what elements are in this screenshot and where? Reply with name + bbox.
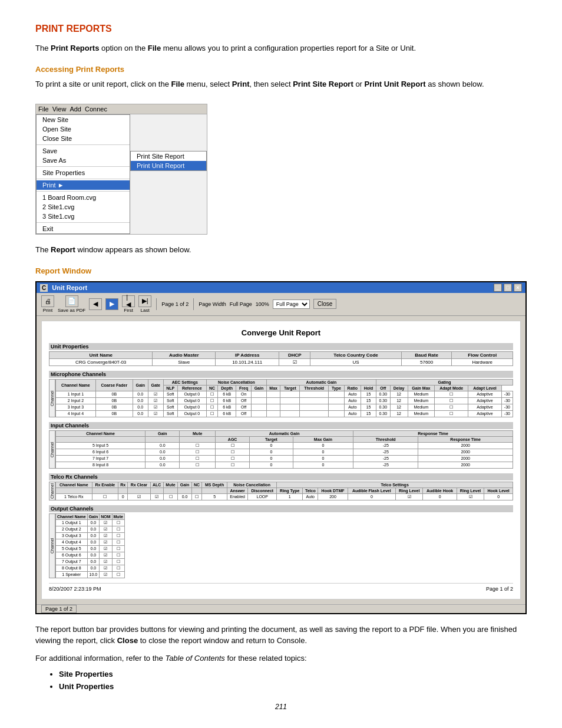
first-page-button[interactable]: |◀ bbox=[122, 295, 135, 307]
close-report-button[interactable]: Close bbox=[313, 299, 337, 309]
first-label: First bbox=[124, 308, 133, 313]
mic-channels-section: Microphone Channels Channel Channel Name… bbox=[49, 371, 513, 417]
file-menu-dropdown: New Site Open Site Close Site Save Save … bbox=[36, 114, 130, 234]
table-row: 1 Input 10B0.0☑ SoftOutput 0 ☐6 kBOn Aut… bbox=[56, 391, 513, 397]
page-title: PRINT REPORTS bbox=[35, 24, 527, 34]
toolbar-separator-1 bbox=[156, 298, 157, 310]
table-row: 7 Input 70.0☐☐00-252000 bbox=[56, 455, 513, 462]
menu-item-close-site[interactable]: Close Site bbox=[37, 134, 130, 143]
menu-item-recent-2[interactable]: 2 Site1.cvg bbox=[37, 202, 130, 212]
output-channels-title: Output Channels bbox=[49, 505, 513, 512]
unit-properties-section: Unit Properties Unit Name Audio Master I… bbox=[49, 343, 513, 366]
bullet-site-properties: Site Properties bbox=[59, 670, 113, 678]
report-title-bar: C Unit Report _ □ × bbox=[37, 282, 525, 293]
last-page-button[interactable]: ▶| bbox=[138, 295, 151, 307]
channel-label-input: Channel bbox=[49, 430, 55, 469]
menu-separator-2 bbox=[37, 166, 130, 167]
input-channels-section: Input Channels Channel Channel Name Gain… bbox=[49, 422, 513, 469]
print-icon-button[interactable]: 🖨 bbox=[41, 295, 54, 307]
unit-properties-title: Unit Properties bbox=[49, 343, 513, 350]
intro-text: The Print Reports option on the File men… bbox=[35, 42, 527, 54]
window-controls: _ □ × bbox=[494, 284, 522, 292]
report-date: 8/20/2007 2:23:19 PM bbox=[49, 586, 101, 592]
report-footer-page: Page 1 of 2 bbox=[486, 586, 513, 592]
mic-channels-table: Channel Name Coarse Fader Gain Gate AEC … bbox=[55, 379, 513, 417]
menu-item-save-as[interactable]: Save As bbox=[37, 156, 130, 165]
page-indicator: Page 1 of 2 bbox=[161, 301, 189, 307]
output-channels-table: Channel Name Gain NOM Mute 1 Output 10.0… bbox=[55, 513, 125, 578]
output-channels-section: Output Channels Channel Channel Name Gai… bbox=[49, 505, 513, 578]
report-window-title: C Unit Report bbox=[40, 284, 87, 291]
table-row: 1 Telco Rx ☐ 0 ☑ ☑ ☐ 0.0 ☐ 5 Enabled LOO bbox=[56, 493, 513, 500]
menu-item-print-unit-report[interactable]: Print Unit Report bbox=[131, 161, 206, 170]
menu-separator-4 bbox=[37, 191, 130, 192]
zoom-label: 100% bbox=[256, 301, 269, 307]
table-row: 2 Output 20.0☑☐ bbox=[56, 526, 125, 532]
zoom-select[interactable]: Full Page 100% 75% bbox=[273, 299, 310, 309]
maximize-button[interactable]: □ bbox=[504, 284, 512, 292]
additional-info-text: For additional information, refer to the… bbox=[35, 653, 527, 664]
print-label: Print bbox=[43, 308, 52, 313]
before-report-text: The Report window appears as shown below… bbox=[35, 244, 527, 256]
input-channels-table: Channel Name Gain Mute Automatic Gain Re… bbox=[55, 430, 513, 469]
table-row: 7 Output 70.0☑☐ bbox=[56, 558, 125, 565]
table-row: 5 Output 50.0☑☐ bbox=[56, 545, 125, 552]
menu-separator-3 bbox=[37, 179, 130, 179]
bullet-unit-properties: Unit Properties bbox=[59, 682, 114, 691]
report-footer: 8/20/2007 2:23:19 PM Page 1 of 2 bbox=[49, 583, 513, 592]
report-window: C Unit Report _ □ × 🖨 Print 📄 Save as PD… bbox=[35, 281, 527, 614]
page-tab[interactable]: Page 1 of 2 bbox=[41, 605, 77, 613]
last-label: Last bbox=[141, 308, 150, 313]
table-row: 8 Output 80.0☑☐ bbox=[56, 565, 125, 571]
table-row: 6 Input 60.0☐☐00-252000 bbox=[56, 449, 513, 455]
telco-channels-table: Channel Name Rx Enable Rx Rx Clear ALC M… bbox=[55, 482, 513, 500]
table-row: 8 Input 80.0☐☐00-252000 bbox=[56, 462, 513, 468]
menu-item-print[interactable]: Print ► bbox=[37, 180, 130, 190]
menu-item-site-properties[interactable]: Site Properties bbox=[37, 168, 130, 177]
page-width-label: Page Width bbox=[199, 301, 226, 307]
table-row: 4 Output 40.0☑☐ bbox=[56, 539, 125, 545]
menu-item-recent-3[interactable]: 3 Site1.cvg bbox=[37, 212, 130, 221]
table-row: 3 Input 30B0.0☑ SoftOutput 0 ☐6 kBOff Au… bbox=[56, 404, 513, 410]
save-pdf-icon-button[interactable]: 📄 bbox=[65, 295, 78, 307]
report-content: Converge Unit Report Unit Properties Uni… bbox=[41, 321, 521, 599]
table-row: 2 Input 20B0.0☑ SoftOutput 0 ☐6 kBOff Au… bbox=[56, 397, 513, 404]
menu-bar: File View Add Connec bbox=[36, 104, 207, 114]
menu-separator-5 bbox=[37, 222, 130, 223]
table-row: 4 Input 40B0.0☑ SoftOutput 0 ☐6 kBOff Au… bbox=[56, 410, 513, 417]
channel-label-mic: Channel bbox=[49, 379, 55, 417]
full-page-label: Full Page bbox=[230, 301, 252, 307]
unit-properties-table: Unit Name Audio Master IP Address DHCP T… bbox=[49, 351, 513, 366]
menu-item-recent-1[interactable]: 1 Board Room.cvg bbox=[37, 193, 130, 202]
report-toolbar: 🖨 Print 📄 Save as PDF ◀ ▶ |◀ First ▶| La… bbox=[37, 293, 525, 316]
table-row: 5 Input 50.0☐☐00-252000 bbox=[56, 442, 513, 449]
next-page-button[interactable]: ▶ bbox=[105, 298, 118, 310]
section1-heading: Accessing Print Reports bbox=[35, 65, 527, 74]
menu-item-new-site[interactable]: New Site bbox=[37, 115, 130, 124]
telco-channels-title: Telco Rx Channels bbox=[49, 473, 513, 480]
menu-separator-1 bbox=[37, 144, 130, 145]
print-submenu: Print Site Report Print Unit Report bbox=[130, 151, 207, 171]
toolbar-separator-2 bbox=[193, 298, 194, 310]
prev-page-button[interactable]: ◀ bbox=[89, 298, 102, 310]
table-row: 1 Speaker10.0☑☐ bbox=[56, 571, 125, 578]
channel-label-output: Channel bbox=[49, 513, 55, 578]
related-topics-list: Site Properties Unit Properties bbox=[59, 670, 527, 691]
telco-channels-section: Telco Rx Channels Channel Channel Name R… bbox=[49, 473, 513, 500]
mic-channels-title: Microphone Channels bbox=[49, 371, 513, 378]
menu-item-exit[interactable]: Exit bbox=[37, 224, 130, 233]
table-row: 6 Output 60.0☑☐ bbox=[56, 552, 125, 558]
report-window-heading: Report Window bbox=[35, 266, 527, 275]
page-number: 211 bbox=[35, 703, 527, 711]
menu-item-save[interactable]: Save bbox=[37, 146, 130, 156]
page-tabs: Page 1 of 2 bbox=[37, 604, 525, 613]
input-channels-title: Input Channels bbox=[49, 422, 513, 429]
section1-text: To print a site or unit report, click on… bbox=[35, 78, 527, 90]
menu-item-print-site-report[interactable]: Print Site Report bbox=[131, 151, 206, 161]
report-page-title: Converge Unit Report bbox=[49, 328, 513, 337]
minimize-button[interactable]: _ bbox=[494, 284, 502, 292]
after-report-text: The report button bar provides buttons f… bbox=[35, 624, 527, 647]
menu-item-open-site[interactable]: Open Site bbox=[37, 124, 130, 134]
table-row: 3 Output 30.0☑☐ bbox=[56, 532, 125, 539]
close-button[interactable]: × bbox=[514, 284, 522, 292]
